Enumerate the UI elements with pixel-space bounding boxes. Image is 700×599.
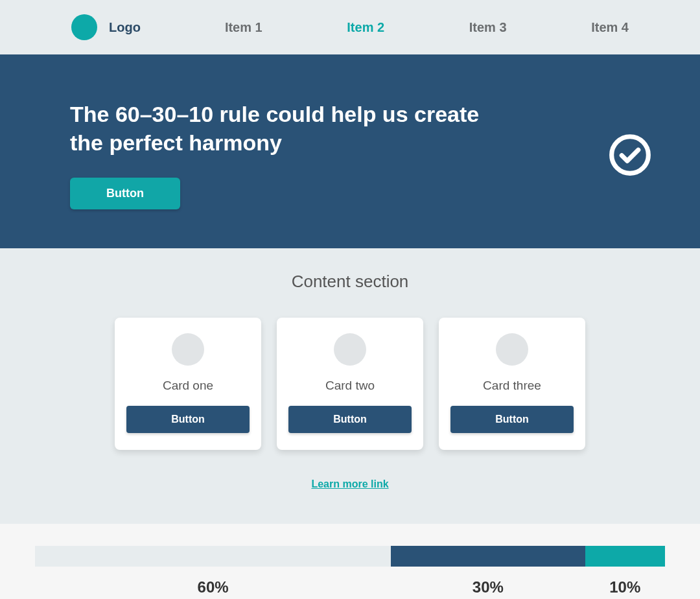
avatar-icon: [496, 333, 528, 366]
ratio-label-10: 10%: [585, 578, 665, 596]
ratio-labels: 60% 30% 10%: [35, 578, 665, 596]
ratio-segment-60: [35, 546, 391, 567]
logo[interactable]: Logo: [71, 14, 141, 40]
card: Card two Button: [277, 318, 423, 450]
card: Card one Button: [115, 318, 261, 450]
content-section: Content section Card one Button Card two…: [0, 248, 700, 524]
card-title: Card three: [450, 379, 574, 393]
card-title: Card one: [126, 379, 250, 393]
logo-label: Logo: [109, 20, 141, 35]
ratio-section: 60% 30% 10%: [0, 524, 700, 599]
ratio-segment-30: [391, 546, 585, 567]
hero-content: The 60–30–10 rule could help us create t…: [70, 100, 485, 209]
hero-button[interactable]: Button: [70, 178, 180, 209]
hero: The 60–30–10 rule could help us create t…: [0, 54, 700, 248]
nav-item-4[interactable]: Item 4: [591, 20, 629, 35]
content-section-title: Content section: [0, 272, 700, 292]
ratio-bar: [35, 546, 665, 567]
nav-item-3[interactable]: Item 3: [469, 20, 507, 35]
ratio-label-60: 60%: [35, 578, 391, 596]
nav-items: Item 1 Item 2 Item 3 Item 4: [225, 20, 629, 35]
ratio-label-30: 30%: [391, 578, 585, 596]
card-title: Card two: [288, 379, 412, 393]
avatar-icon: [172, 333, 204, 366]
top-nav: Logo Item 1 Item 2 Item 3 Item 4: [0, 0, 700, 54]
card-button[interactable]: Button: [450, 406, 574, 433]
avatar-icon: [334, 333, 366, 366]
card: Card three Button: [439, 318, 585, 450]
nav-item-2[interactable]: Item 2: [347, 20, 384, 35]
nav-item-1[interactable]: Item 1: [225, 20, 262, 35]
ratio-segment-10: [585, 546, 665, 567]
logo-icon: [71, 14, 97, 40]
learn-more-link[interactable]: Learn more link: [311, 478, 388, 490]
hero-title: The 60–30–10 rule could help us create t…: [70, 100, 485, 157]
card-button[interactable]: Button: [126, 406, 250, 433]
check-circle-icon: [608, 133, 652, 177]
card-button[interactable]: Button: [288, 406, 412, 433]
card-list: Card one Button Card two Button Card thr…: [0, 318, 700, 450]
